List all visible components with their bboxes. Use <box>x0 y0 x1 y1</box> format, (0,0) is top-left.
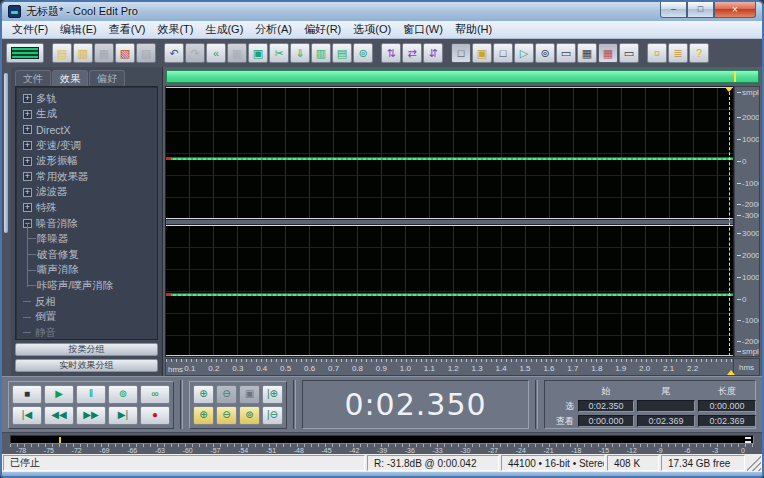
tree-item-13[interactable]: 反相 <box>23 294 155 310</box>
scripts-button[interactable]: ≣ <box>668 43 688 63</box>
right-channel-waveform[interactable] <box>166 226 733 357</box>
menu-item-3[interactable]: 效果(T) <box>151 21 199 38</box>
dock-grip-handle[interactable] <box>4 73 8 233</box>
snapping-settings-button[interactable]: ¤ <box>647 43 667 63</box>
tree-item-1[interactable]: +生成 <box>23 107 155 123</box>
save-as-button[interactable]: ▧ <box>115 43 135 63</box>
playback-cursor[interactable] <box>729 87 730 356</box>
tree-item-15[interactable]: 静音 <box>23 325 155 340</box>
show-cue-list-button[interactable]: □ <box>493 43 513 63</box>
fast-forward-button[interactable]: ▶▶ <box>76 406 106 425</box>
tree-item-8[interactable]: −噪音消除 <box>23 216 155 232</box>
show-transport-button[interactable]: ▦ <box>577 43 597 63</box>
tree-item-0[interactable]: +多轨 <box>23 91 155 107</box>
tree-expand-icon[interactable]: + <box>23 188 32 197</box>
sel-value-0-0[interactable]: 0:02.350 <box>578 400 634 412</box>
sel-value-1-1[interactable]: 0:02.369 <box>637 415 695 427</box>
tree-expand-icon[interactable]: + <box>23 125 32 134</box>
pause-button[interactable]: ‖ <box>76 385 106 404</box>
time-ruler-ticks[interactable]: hms 0.10.20.30.40.50.60.70.80.91.01.11.2… <box>166 359 733 375</box>
waveform-display[interactable] <box>165 86 734 357</box>
find-beats-button[interactable]: ⊚ <box>353 43 373 63</box>
tree-expand-icon[interactable]: + <box>23 94 32 103</box>
organizer-tab-2[interactable]: 偏好 <box>89 70 125 86</box>
tree-item-9[interactable]: 降噪器 <box>37 231 155 247</box>
spectral-view-button[interactable]: ▣ <box>472 43 492 63</box>
record-button[interactable]: ● <box>140 406 170 425</box>
menu-item-8[interactable]: 窗口(W) <box>397 21 449 38</box>
maximize-button[interactable]: □ <box>687 2 714 18</box>
menu-item-1[interactable]: 编辑(E) <box>54 21 103 38</box>
help-button[interactable]: ? <box>689 43 709 63</box>
play-looped-button[interactable]: ⊚ <box>108 385 138 404</box>
menu-item-4[interactable]: 生成(G) <box>199 21 249 38</box>
copy-button[interactable]: ▣ <box>248 43 268 63</box>
tree-item-12[interactable]: 咔嗒声/噗声消除 <box>37 278 155 294</box>
tree-item-2[interactable]: +DirectX <box>23 122 155 138</box>
tree-item-5[interactable]: +常用效果器 <box>23 169 155 185</box>
menu-item-9[interactable]: 帮助(H) <box>449 21 498 38</box>
show-organizer-button[interactable]: ▦ <box>598 43 618 63</box>
zoom-out-button[interactable]: ⊖ <box>216 385 237 404</box>
sel-value-1-2[interactable]: 0:02.369 <box>698 415 756 427</box>
group-realtime-effects-button[interactable]: 实时效果分组 <box>15 359 158 372</box>
menu-item-6[interactable]: 偏好(R) <box>298 21 347 38</box>
left-channel-waveform[interactable] <box>166 87 733 218</box>
show-play-list-button[interactable]: ▷ <box>514 43 534 63</box>
menu-item-5[interactable]: 分析(A) <box>249 21 298 38</box>
show-zoom-window-button[interactable]: ⊚ <box>535 43 555 63</box>
go-to-beginning-button[interactable]: |◀ <box>12 406 42 425</box>
zoom-in-vertical-button[interactable]: |⊕ <box>262 385 283 404</box>
undo-button[interactable]: ↶ <box>164 43 184 63</box>
go-to-end-button[interactable]: ▶| <box>108 406 138 425</box>
menu-item-0[interactable]: 文件(F) <box>6 21 54 38</box>
amplitude-ruler[interactable]: smpl20000100000-10000-20000-300003000020… <box>734 86 760 357</box>
organizer-tab-0[interactable]: 文件 <box>15 70 51 86</box>
minimize-button[interactable]: – <box>660 2 687 18</box>
time-ruler[interactable]: hms 0.10.20.30.40.50.60.70.80.91.01.11.2… <box>165 358 760 376</box>
tree-expand-icon[interactable]: + <box>23 172 32 181</box>
menu-item-7[interactable]: 选项(O) <box>347 21 397 38</box>
zoom-out-vertical-button[interactable]: |⊖ <box>262 406 283 425</box>
stop-button[interactable]: ■ <box>12 385 42 404</box>
playback-cursor-bottom-handle[interactable] <box>727 366 735 375</box>
paste-button[interactable]: ⇓ <box>290 43 310 63</box>
level-meter-bar[interactable] <box>10 435 754 444</box>
sel-value-0-2[interactable]: 0:00.000 <box>698 400 756 412</box>
show-time-window-button[interactable]: ▭ <box>556 43 576 63</box>
play-button[interactable]: ▶ <box>44 385 74 404</box>
tree-item-4[interactable]: +波形振幅 <box>23 153 155 169</box>
tree-item-3[interactable]: +变速/变调 <box>23 138 155 154</box>
resize-grip[interactable] <box>747 455 761 471</box>
save-all-button[interactable]: ▨ <box>136 43 156 63</box>
swap-channels-button[interactable]: ⇵ <box>423 43 443 63</box>
rewind-button[interactable]: ◀◀ <box>44 406 74 425</box>
channel-mixer-button[interactable]: ⇄ <box>402 43 422 63</box>
tree-item-7[interactable]: +特殊 <box>23 200 155 216</box>
tree-expand-icon[interactable]: + <box>23 141 32 150</box>
sel-value-1-0[interactable]: 0:00.000 <box>578 415 634 427</box>
tree-expand-icon[interactable]: + <box>23 157 32 166</box>
repeat-command-button[interactable]: « <box>206 43 226 63</box>
zoom-full-button[interactable]: ⊕ <box>193 406 214 425</box>
redo-button[interactable]: ↷ <box>185 43 205 63</box>
group-by-category-button[interactable]: 按类分组 <box>15 343 158 356</box>
cut-button[interactable]: ✂ <box>269 43 289 63</box>
waveform-view-button[interactable]: □ <box>451 43 471 63</box>
mix-paste-button[interactable]: ▥ <box>311 43 331 63</box>
tree-item-14[interactable]: 倒置 <box>23 309 155 325</box>
sel-value-0-1[interactable] <box>637 400 695 412</box>
zoom-right-edge-button[interactable]: ⊚ <box>239 406 260 425</box>
tree-item-6[interactable]: +滤波器 <box>23 185 155 201</box>
tree-item-10[interactable]: 破音修复 <box>37 247 155 263</box>
select-entire-wave-button[interactable]: ▦ <box>227 43 247 63</box>
organizer-tab-1[interactable]: 效果 <box>52 70 88 86</box>
convert-sample-type-button[interactable]: ⇅ <box>381 43 401 63</box>
multitrack-view-toggle-button[interactable] <box>6 43 44 63</box>
time-display[interactable]: 0:02.350 <box>302 380 529 429</box>
menu-item-2[interactable]: 查看(V) <box>103 21 152 38</box>
zoom-to-selection-button[interactable]: ▣ <box>239 385 260 404</box>
close-button[interactable]: × <box>714 2 756 18</box>
level-meter[interactable]: -78-75-72-69-66-63-60-57-54-51-48-45-42-… <box>2 432 762 454</box>
tree-item-11[interactable]: 嘶声消除 <box>37 263 155 279</box>
